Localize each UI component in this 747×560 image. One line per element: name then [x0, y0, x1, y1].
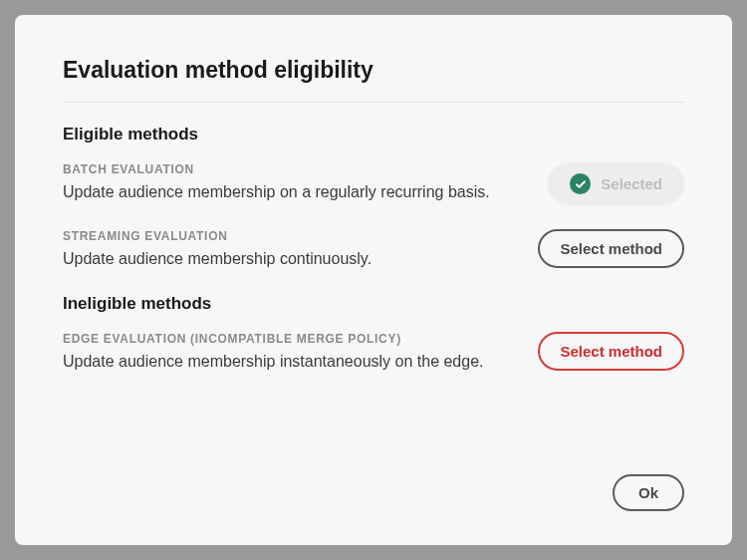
method-row-edge: EDGE EVALUATION (INCOMPATIBLE MERGE POLI… — [63, 332, 684, 373]
select-method-label: Select method — [560, 343, 662, 360]
method-label-batch: BATCH EVALUATION — [63, 162, 528, 176]
method-desc-edge: Update audience membership instantaneous… — [63, 351, 518, 373]
method-row-streaming: STREAMING EVALUATION Update audience mem… — [63, 229, 684, 270]
select-method-label: Select method — [560, 240, 662, 257]
method-label-streaming: STREAMING EVALUATION — [63, 229, 518, 243]
check-icon — [570, 173, 591, 194]
divider — [63, 102, 684, 103]
method-desc-streaming: Update audience membership continuously. — [63, 248, 518, 270]
method-text-batch: BATCH EVALUATION Update audience members… — [63, 162, 548, 203]
method-row-batch: BATCH EVALUATION Update audience members… — [63, 162, 684, 205]
select-method-button-edge[interactable]: Select method — [538, 332, 684, 371]
method-desc-batch: Update audience membership on a regularl… — [63, 181, 528, 203]
method-text-edge: EDGE EVALUATION (INCOMPATIBLE MERGE POLI… — [63, 332, 538, 373]
eligibility-dialog: Evaluation method eligibility Eligible m… — [15, 15, 732, 545]
ok-button[interactable]: Ok — [613, 474, 684, 511]
dialog-title: Evaluation method eligibility — [63, 57, 684, 84]
method-label-edge: EDGE EVALUATION (INCOMPATIBLE MERGE POLI… — [63, 332, 518, 346]
ineligible-methods-heading: Ineligible methods — [63, 294, 684, 314]
eligible-methods-heading: Eligible methods — [63, 125, 684, 144]
method-text-streaming: STREAMING EVALUATION Update audience mem… — [63, 229, 538, 270]
selected-label: Selected — [601, 175, 662, 192]
select-method-button-streaming[interactable]: Select method — [538, 229, 684, 268]
dialog-footer: Ok — [613, 474, 684, 511]
selected-pill-batch: Selected — [548, 162, 684, 205]
